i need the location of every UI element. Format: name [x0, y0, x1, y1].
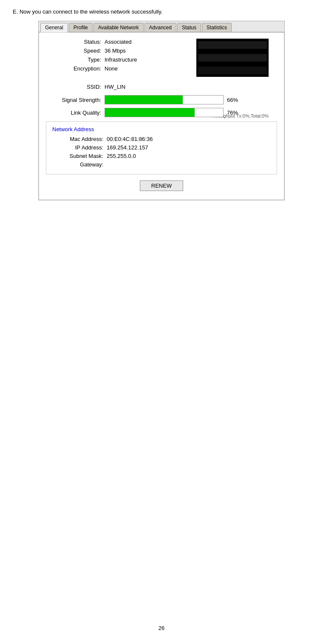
- info-section: Status: Associated Speed: 36 Mbps Type: …: [46, 39, 277, 93]
- ssid-label: SSID:: [46, 84, 101, 90]
- encryption-value: None: [105, 65, 118, 72]
- throughput-graph: [196, 39, 269, 77]
- ip-address-value: 169.254.122.157: [107, 144, 148, 151]
- network-address-section: Network Address Mac Address: 00:E0:4C:81…: [46, 121, 277, 174]
- encryption-label: Encryption:: [46, 65, 101, 72]
- intro-text: E. Now you can connect to the wireless n…: [13, 8, 310, 15]
- page-number: 26: [0, 625, 323, 631]
- tab-bar: General Profile Available Network Advanc…: [39, 21, 284, 32]
- network-address-title: Network Address: [52, 126, 271, 132]
- link-quality-bar-container: [105, 108, 224, 117]
- renew-button[interactable]: RENEW: [140, 180, 183, 191]
- speed-value: 36 Mbps: [105, 48, 126, 54]
- status-value: Associated: [105, 39, 132, 45]
- ssid-row: SSID: HW_LIN: [46, 84, 277, 90]
- ip-address-label: IP Address:: [52, 144, 103, 151]
- panel-general: Status: Associated Speed: 36 Mbps Type: …: [39, 32, 284, 200]
- ssid-value: HW_LIN: [105, 84, 125, 90]
- tab-profile[interactable]: Profile: [69, 23, 93, 32]
- ip-address-row: IP Address: 169.254.122.157: [52, 144, 271, 151]
- speed-label: Speed:: [46, 48, 101, 54]
- tab-statistics[interactable]: Statistics: [202, 23, 232, 32]
- signal-strength-bar-container: [105, 95, 224, 104]
- subnet-mask-value: 255.255.0.0: [107, 153, 136, 159]
- type-label: Type:: [46, 56, 101, 63]
- subnet-mask-row: Subnet Mask: 255.255.0.0: [52, 153, 271, 159]
- tab-advanced[interactable]: Advanced: [144, 23, 176, 32]
- app-window: General Profile Available Network Advanc…: [38, 21, 285, 200]
- renew-container: RENEW: [46, 180, 277, 191]
- signal-strength-row: Signal Strength: 66%: [46, 95, 277, 104]
- subnet-mask-label: Subnet Mask:: [52, 153, 103, 159]
- mac-address-row: Mac Address: 00:E0:4C:81:86:36: [52, 136, 271, 142]
- tab-available-network[interactable]: Available Network: [94, 23, 144, 32]
- type-value: Infrastructure: [105, 56, 137, 63]
- tab-general[interactable]: General: [40, 23, 68, 32]
- gateway-label: Gateway:: [52, 161, 103, 168]
- signal-strength-label: Signal Strength:: [46, 97, 101, 103]
- link-quality-label: Link Quality:: [46, 110, 101, 116]
- signal-strength-bar-fill: [105, 96, 183, 104]
- tab-status[interactable]: Status: [177, 23, 201, 32]
- mac-address-label: Mac Address:: [52, 136, 103, 142]
- status-label: Status:: [46, 39, 101, 45]
- gateway-row: Gateway:: [52, 161, 271, 168]
- signal-strength-percent: 66%: [227, 97, 238, 103]
- mac-address-value: 00:E0:4C:81:86:36: [107, 136, 153, 142]
- link-quality-bar-fill: [105, 108, 195, 117]
